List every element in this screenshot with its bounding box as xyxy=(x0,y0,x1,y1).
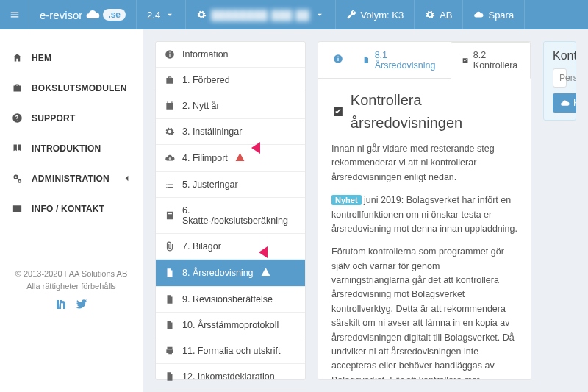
version-dropdown[interactable]: 2.4 xyxy=(137,0,186,29)
step-item[interactable]: 4. Filimport xyxy=(156,145,305,172)
sidebar-item-bokslutsmodulen[interactable]: BOKSLUTSMODULEN xyxy=(0,73,143,103)
paragraph: Nyhet juni 2019: Bolagsverket har infört… xyxy=(331,193,517,236)
paragraph: Innan ni går vidare med resterande steg … xyxy=(331,142,517,185)
step-item[interactable]: 8. Årsredovisning xyxy=(156,260,305,287)
copyright: © 2013-2020 FAA Solutions AB xyxy=(0,268,143,280)
gear-icon xyxy=(425,10,435,20)
step-label: 8. Årsredovisning xyxy=(182,268,254,278)
sidebar-item-hem[interactable]: HEM xyxy=(0,43,143,73)
cloud-icon xyxy=(473,10,484,20)
step-item[interactable]: 12. Inkomstdeklaration xyxy=(156,364,305,390)
check-icon xyxy=(462,56,469,65)
file-icon xyxy=(165,320,175,330)
gear-icon xyxy=(196,10,207,20)
linkedin-icon[interactable] xyxy=(54,298,68,315)
step-item[interactable]: 3. Inställningar xyxy=(156,119,305,145)
sidebar-item-label: INFO / KONTAKT xyxy=(32,204,104,214)
page-title: Kontrollera årsredovisningen xyxy=(331,89,517,135)
step-item[interactable]: 11. Formalia och utskrift xyxy=(156,338,305,364)
step-label: 3. Inställningar xyxy=(182,126,242,137)
kontrollera-card: Kontrollera Personnummer Kontrollera xyxy=(543,41,576,121)
step-label: 7. Bilagor xyxy=(182,241,221,252)
version-label: 2.4 xyxy=(147,10,160,21)
sidebar-item-introduktion[interactable]: INTRODUKTION xyxy=(0,133,143,163)
calculator-icon xyxy=(165,210,175,221)
bars-icon xyxy=(10,10,20,20)
envelope-icon xyxy=(12,203,23,214)
home-icon xyxy=(12,52,23,63)
step-item[interactable]: 2. Nytt år xyxy=(156,93,305,119)
sidebar-item-label: SUPPORT xyxy=(32,113,75,124)
brand-badge: .se xyxy=(103,9,126,21)
tab-arsredovisning[interactable]: 8.1 Årsredovisning xyxy=(352,43,448,78)
step-item[interactable]: 10. Årsstämmoprotokoll xyxy=(156,313,305,338)
twitter-icon[interactable] xyxy=(75,298,88,315)
gears-icon xyxy=(12,173,23,184)
file-icon xyxy=(362,55,370,65)
kontrollera-button[interactable]: Kontrollera xyxy=(553,93,576,113)
spara-label: Spara xyxy=(488,10,514,21)
attachment-icon xyxy=(165,241,175,252)
ab-button[interactable]: AB xyxy=(415,0,463,29)
tab-label: 8.1 Årsredovisning xyxy=(375,50,437,71)
sidebar-item-label: ADMINISTRATION xyxy=(32,174,110,184)
step-label: 4. Filimport xyxy=(182,153,228,163)
info-icon[interactable] xyxy=(327,46,349,74)
file-icon xyxy=(165,371,175,382)
step-label: 11. Formalia och utskrift xyxy=(182,346,280,356)
step-item[interactable]: 9. Revisionsberättelse xyxy=(156,287,305,313)
menu-toggle[interactable] xyxy=(0,0,29,29)
tab-kontrollera[interactable]: 8.2 Kontrollera xyxy=(451,42,531,79)
step-item[interactable]: 7. Bilagor xyxy=(156,234,305,260)
rightbox: Kontrollera Personnummer Kontrollera xyxy=(543,41,576,380)
gear-icon xyxy=(165,126,175,137)
sidebar-item-label: BOKSLUTSMODULEN xyxy=(32,83,127,93)
cloud-icon xyxy=(560,99,570,108)
calendar-icon xyxy=(165,101,175,111)
file-icon xyxy=(165,294,175,304)
book-icon xyxy=(12,143,23,154)
step-item[interactable]: 5. Justeringar xyxy=(156,172,305,198)
sidebar-item-label: HEM xyxy=(32,53,51,63)
tab-label: 8.2 Kontrollera xyxy=(473,50,520,71)
briefcase-icon xyxy=(165,75,175,85)
cloud-down-icon xyxy=(165,153,175,163)
personnummer-input[interactable]: Personnummer xyxy=(553,68,567,88)
volym-button[interactable]: Volym: K3 xyxy=(336,0,415,29)
sidebar-item-label: INTRODUKTION xyxy=(32,143,101,154)
company-label-blurred: ████████ ███ ██ xyxy=(211,10,309,21)
info-icon xyxy=(165,49,175,60)
card-heading: Kontrollera xyxy=(553,49,567,63)
check-icon xyxy=(331,104,345,119)
step-item[interactable]: 1. Förbered xyxy=(156,68,305,93)
sidebar-item-support[interactable]: SUPPORT xyxy=(0,103,143,133)
warning-icon xyxy=(235,152,245,164)
step-item[interactable]: Information xyxy=(156,42,305,68)
file-icon xyxy=(165,268,175,278)
step-label: 10. Årsstämmoprotokoll xyxy=(182,320,279,330)
brand[interactable]: e-revisor .se xyxy=(29,0,137,29)
cloud-icon xyxy=(85,7,100,22)
step-label: 1. Förbered xyxy=(182,75,230,85)
company-dropdown[interactable]: ████████ ███ ██ xyxy=(186,0,335,29)
sidebar-item-administration[interactable]: ADMINISTRATION xyxy=(0,163,143,193)
step-label: 5. Justeringar xyxy=(182,179,238,190)
panel-body: Kontrollera årsredovisningen Innan ni gå… xyxy=(318,79,531,380)
topbar: e-revisor .se 2.4 ████████ ███ ██ Volym:… xyxy=(0,0,588,29)
question-icon xyxy=(12,113,23,124)
nyhet-badge: Nyhet xyxy=(331,195,362,205)
spara-button[interactable]: Spara xyxy=(463,0,525,29)
step-label: 9. Revisionsberättelse xyxy=(182,294,273,304)
steps-list: Information1. Förbered2. Nytt år3. Instä… xyxy=(155,41,306,380)
step-item[interactable]: 6. Skatte-/bokslutsberäkning xyxy=(156,198,305,234)
step-label: 12. Inkomstdeklaration xyxy=(182,371,275,382)
sidebar-item-info-kontakt[interactable]: INFO / KONTAKT xyxy=(0,193,143,224)
step-label: 2. Nytt år xyxy=(182,101,220,111)
print-icon xyxy=(165,346,175,356)
sidebar: HEMBOKSLUTSMODULENSUPPORTINTRODUKTIONADM… xyxy=(0,29,143,392)
volym-label: Volym: K3 xyxy=(361,10,404,21)
briefcase-icon xyxy=(12,82,23,93)
ab-label: AB xyxy=(440,10,452,21)
paragraph: Förutom kontrollerna som programmet gör … xyxy=(331,245,517,380)
chevron-down-icon xyxy=(165,10,175,20)
